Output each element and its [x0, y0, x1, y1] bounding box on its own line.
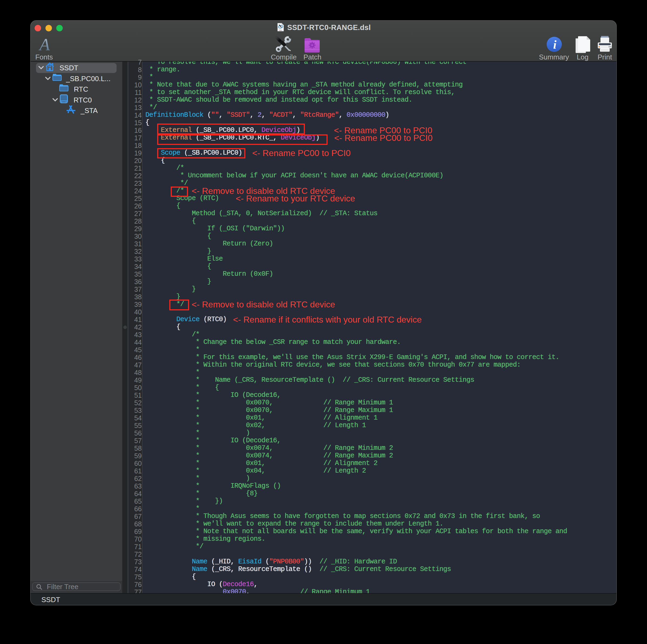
svg-text:i: i [553, 38, 557, 51]
svg-text:DSL: DSL [279, 29, 282, 31]
